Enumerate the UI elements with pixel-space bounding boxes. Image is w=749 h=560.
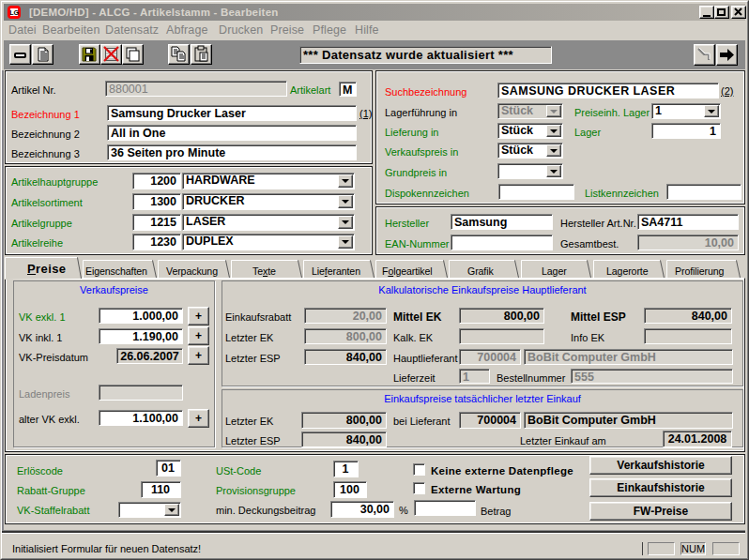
- svg-text:LG: LG: [9, 9, 19, 16]
